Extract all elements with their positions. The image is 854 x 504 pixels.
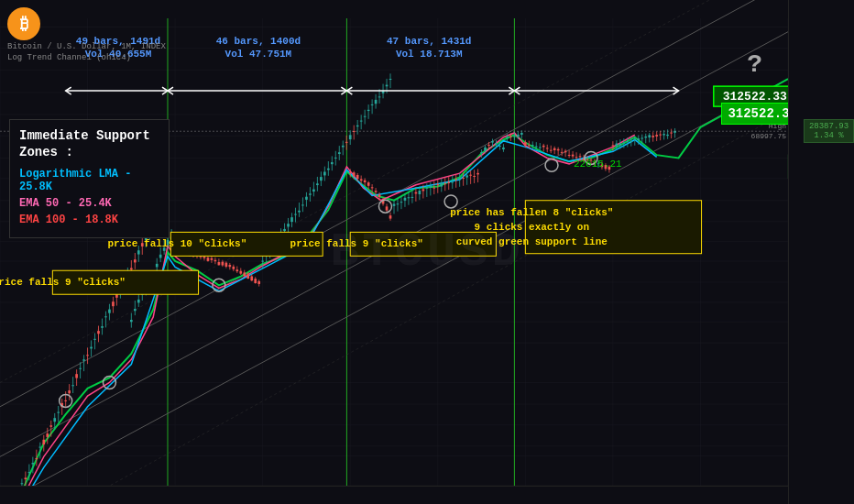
support-zones-box: Immediate Support Zones : Logarithmic LM…: [9, 119, 170, 238]
question-mark: ?: [747, 50, 762, 79]
btc-logo: ₿ Bitcoin / U.S. Dollar, 1M, INDEX Log T…: [7, 7, 166, 63]
ema50-item: EMA 50 - 25.4K: [19, 197, 159, 210]
ema100-item: EMA 100 - 18.8K: [19, 214, 159, 226]
right-axis: [788, 0, 854, 504]
btcusd-badge: 28387.93 1.34 %: [804, 119, 854, 143]
support-title: Immediate Support Zones :: [19, 127, 159, 160]
chart-title: Bitcoin / U.S. Dollar, 1M, INDEX Log Tre…: [7, 42, 166, 63]
lma-item: Logarithmic LMA - 25.8K: [19, 168, 159, 193]
bottom-axis: [0, 486, 788, 504]
btc-icon: ₿: [7, 7, 40, 40]
